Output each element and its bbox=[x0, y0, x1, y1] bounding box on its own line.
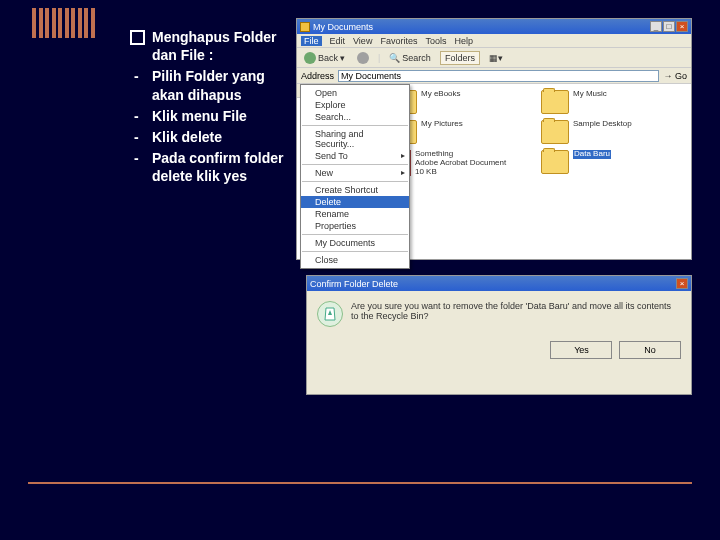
address-bar: Address → Go bbox=[297, 68, 691, 84]
menu-tools[interactable]: Tools bbox=[425, 36, 446, 46]
folder-item-selected[interactable]: Data Baru bbox=[541, 150, 683, 176]
folder-item[interactable]: My Music bbox=[541, 90, 683, 114]
menu-item-rename[interactable]: Rename bbox=[301, 208, 409, 220]
confirm-titlebar[interactable]: Confirm Folder Delete × bbox=[307, 276, 691, 291]
folder-item[interactable]: My eBooks bbox=[389, 90, 531, 114]
instruction-step: Klik delete bbox=[130, 128, 290, 146]
recycle-icon bbox=[317, 301, 343, 327]
menu-item-properties[interactable]: Properties bbox=[301, 220, 409, 232]
dialog-title: Confirm Folder Delete bbox=[310, 279, 398, 289]
address-label: Address bbox=[301, 71, 334, 81]
decorative-bars bbox=[32, 8, 95, 38]
instruction-panel: Menghapus Folder dan File : Pilih Folder… bbox=[130, 28, 290, 189]
minimize-button[interactable]: _ bbox=[650, 21, 662, 32]
forward-button[interactable] bbox=[354, 52, 372, 64]
folder-item[interactable]: My Pictures bbox=[389, 120, 531, 144]
explorer-window: My Documents _ □ × File Edit View Favori… bbox=[296, 18, 692, 260]
file-item[interactable]: Something Adobe Acrobat Document 10 KB bbox=[389, 150, 531, 176]
address-input[interactable] bbox=[338, 70, 659, 82]
menu-item-sharing[interactable]: Sharing and Security... bbox=[301, 128, 409, 150]
folder-icon bbox=[300, 22, 310, 32]
maximize-button[interactable]: □ bbox=[663, 21, 675, 32]
menu-item-search[interactable]: Search... bbox=[301, 111, 409, 123]
explorer-titlebar[interactable]: My Documents _ □ × bbox=[297, 19, 691, 34]
back-button[interactable]: Back ▾ bbox=[301, 52, 348, 64]
views-button[interactable]: ▦▾ bbox=[486, 53, 506, 63]
folder-item[interactable]: Sample Desktop bbox=[541, 120, 683, 144]
file-menu-dropdown: Open Explore Search... Sharing and Secur… bbox=[300, 84, 410, 269]
menu-favorites[interactable]: Favorites bbox=[380, 36, 417, 46]
menu-item-shortcut[interactable]: Create Shortcut bbox=[301, 184, 409, 196]
instruction-heading: Menghapus Folder dan File : bbox=[130, 28, 290, 64]
back-icon bbox=[304, 52, 316, 64]
footer-divider bbox=[28, 482, 692, 484]
close-button[interactable]: × bbox=[676, 21, 688, 32]
menu-item-sendto[interactable]: Send To bbox=[301, 150, 409, 162]
confirm-message: Are you sure you want to remove the fold… bbox=[351, 301, 681, 321]
no-button[interactable]: No bbox=[619, 341, 681, 359]
menu-edit[interactable]: Edit bbox=[330, 36, 346, 46]
menu-item-location[interactable]: My Documents bbox=[301, 237, 409, 249]
instruction-step: Pada confirm folder delete klik yes bbox=[130, 149, 290, 185]
close-button[interactable]: × bbox=[676, 278, 688, 289]
menubar: File Edit View Favorites Tools Help bbox=[297, 34, 691, 48]
content-pane[interactable]: My eBooks My Music My Pictures Sample De… bbox=[381, 84, 691, 259]
menu-view[interactable]: View bbox=[353, 36, 372, 46]
folder-icon bbox=[541, 90, 569, 114]
folder-icon bbox=[541, 120, 569, 144]
toolbar: Back ▾ | 🔍 Search Folders ▦▾ bbox=[297, 48, 691, 68]
forward-icon bbox=[357, 52, 369, 64]
menu-item-new[interactable]: New bbox=[301, 167, 409, 179]
go-button[interactable]: → Go bbox=[663, 71, 687, 81]
yes-button[interactable]: Yes bbox=[550, 341, 612, 359]
menu-item-delete[interactable]: Delete bbox=[301, 196, 409, 208]
search-button[interactable]: 🔍 Search bbox=[386, 53, 434, 63]
menu-help[interactable]: Help bbox=[454, 36, 473, 46]
instruction-step: Klik menu File bbox=[130, 107, 290, 125]
menu-item-close[interactable]: Close bbox=[301, 254, 409, 266]
folder-icon bbox=[541, 150, 569, 174]
menu-item-explore[interactable]: Explore bbox=[301, 99, 409, 111]
instruction-step: Pilih Folder yang akan dihapus bbox=[130, 67, 290, 103]
confirm-dialog: Confirm Folder Delete × Are you sure you… bbox=[306, 275, 692, 395]
window-title: My Documents bbox=[313, 22, 373, 32]
menu-file[interactable]: File bbox=[301, 36, 322, 46]
menu-item-open[interactable]: Open bbox=[301, 87, 409, 99]
folders-button[interactable]: Folders bbox=[440, 51, 480, 65]
